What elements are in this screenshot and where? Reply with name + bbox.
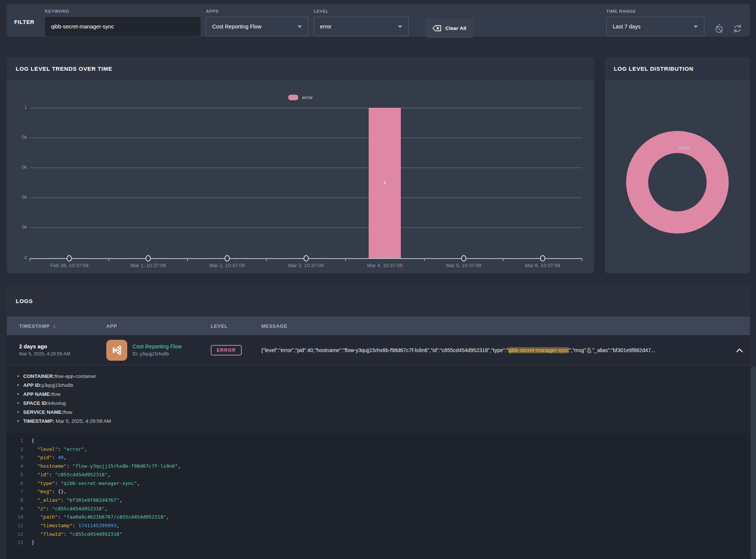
legend-swatch [665,145,675,150]
detail-item: SERVICE NAME:flow [23,409,750,415]
refresh-button[interactable] [732,23,743,34]
logs-table-header: TIMESTAMP ↓ APP LEVEL MESSAGE [7,317,750,335]
column-header-timestamp[interactable]: TIMESTAMP ↓ [19,323,106,329]
clear-all-label: Clear All [445,25,466,31]
line-number: 3 [12,453,23,462]
keyword-label: KEYWORD [45,9,201,13]
message-highlight: qibb-secret-manager-sync [508,347,569,353]
auto-refresh-off-button[interactable] [714,23,724,34]
code-line: 2 "level": "error", [12,445,750,454]
zero-value-marker [540,255,545,262]
distribution-panel-header: LOG LEVEL DISTRIBUTION [605,57,750,81]
gridline [30,138,582,138]
line-number: 12 [12,530,23,539]
logs-panel: LOGS TIMESTAMP ↓ APP LEVEL MESSAGE 2 day… [7,285,750,559]
line-number: 6 [12,479,23,488]
clear-all-button[interactable]: Clear All [425,18,473,38]
keyword-input[interactable] [45,17,201,36]
column-header-app[interactable]: APP [106,323,211,329]
code-line: 7 "msg": {}, [12,488,750,496]
code-line: 10 "path": "faa0a9c4621b6767/c855cd454d9… [12,513,750,522]
distribution-panel: LOG LEVEL DISTRIBUTION error [605,57,750,273]
legend-label: error [679,145,690,150]
line-number: 8 [12,496,23,505]
x-axis-tick [345,258,346,261]
x-axis-tick [582,258,582,261]
code-text: "path": "faa0a9c4621b6767/c855cd454d9523… [31,513,169,522]
x-axis-tick [187,258,188,261]
apps-field: APPS Cost Reporting Flow [206,9,308,36]
code-text: "timestamp": 1741145399993, [31,522,119,530]
log-details: CONTAINER:flow-app-containerAPP ID:y3quj… [7,365,750,559]
refresh-icon [732,24,743,34]
sort-desc-icon: ↓ [53,323,56,329]
gridline [30,168,582,168]
column-header-message[interactable]: MESSAGE [261,323,729,329]
code-line: 6 "type": "qibb-secret-manager-sync", [12,479,750,488]
time-range-select[interactable]: Last 7 days [606,17,704,36]
x-axis-tick [266,258,267,261]
trends-panel-header: LOG LEVEL TRENDS OVER TIME [7,57,594,81]
x-tick-label: Mar 2, 10:37:09 [188,263,266,268]
flow-app-icon [106,340,127,361]
distribution-legend[interactable]: error [605,145,750,150]
legend-label: error [302,95,313,100]
code-line: 5 "id": "c855cd454d952318", [12,471,750,479]
x-tick-label: Feb 28, 10:37:09 [30,263,109,268]
filter-title: FILTER [14,19,45,25]
line-number: 5 [12,471,23,479]
code-text: "z": "c855cd454d952318", [31,505,108,513]
x-tick-label: Mar 3, 10:37:09 [267,263,345,268]
code-line: 13} [12,538,750,547]
level-badge: ERROR [211,345,242,355]
log-row[interactable]: 2 days ago Mar 5, 2025, 4:29:59 AM [7,335,750,365]
time-range-select-value: Last 7 days [613,24,640,30]
details-list: CONTAINER:flow-app-containerAPP ID:y3quj… [7,373,750,424]
gridline [30,108,582,108]
code-line: 8 "_alias": "bf301e9f882d4767", [12,496,750,505]
column-header-level[interactable]: LEVEL [211,323,261,329]
backspace-icon [432,25,441,31]
level-field: LEVEL error [314,9,409,36]
distribution-title: LOG LEVEL DISTRIBUTION [614,65,693,72]
zero-value-marker [304,255,309,262]
log-message: {"level":"error","pid":40,"hostname":"fl… [261,347,729,353]
line-number: 7 [12,488,23,496]
code-block[interactable]: 1{2 "level": "error",3 "pid": 40,4 "host… [7,433,750,559]
x-tick-label: Mar 1, 10:37:09 [109,263,188,268]
x-axis-tick [30,258,30,261]
logs-title: LOGS [16,298,33,304]
chevron-down-icon [693,25,698,28]
x-axis-tick [424,258,425,261]
code-line: 12 "flowId": "c855cd454d952318" [12,530,750,539]
x-tick-label: Mar 5, 10:37:09 [424,263,503,268]
filter-bar: FILTER KEYWORD APPS Cost Reporting Flow … [7,4,750,37]
code-text: "id": "c855cd454d952318", [31,471,110,479]
log-dashboard: FILTER KEYWORD APPS Cost Reporting Flow … [0,0,756,559]
code-text: "flowId": "c855cd454d952318" [31,530,122,539]
detail-item: SPACE ID:k4uvlug [23,400,750,406]
level-select[interactable]: error [314,17,409,36]
trends-legend[interactable]: error [7,95,594,100]
y-tick-label: 0 [7,255,27,260]
code-text: "_alias": "bf301e9f882d4767", [31,496,122,505]
zero-value-marker [146,255,151,262]
logs-header: LOGS [7,285,750,317]
code-text: "pid": 40, [31,453,67,462]
x-tick-label: Mar 6, 10:37:09 [503,263,582,268]
app-name-link[interactable]: Cost Reporting Flow [132,343,182,349]
line-number: 11 [12,522,23,530]
code-text: "hostname": "flow-y3qujj15rhx8b-f98d67c7… [31,462,181,471]
trends-panel: LOG LEVEL TRENDS OVER TIME 10k0k0k0k0Feb… [7,57,594,273]
app-id: ID: y3qujj15rhx8b [132,351,182,357]
gridline [30,198,582,198]
apps-select[interactable]: Cost Reporting Flow [206,17,308,36]
chevron-up-icon[interactable] [729,348,750,353]
logs-scrollbar[interactable] [751,367,756,559]
line-number: 10 [12,513,23,522]
bar-value-label: 1 [377,180,392,185]
y-tick-label: 0k [7,224,27,230]
apps-label: APPS [206,9,308,13]
zero-value-marker [225,255,230,262]
detail-item: CONTAINER:flow-app-container [23,373,750,379]
